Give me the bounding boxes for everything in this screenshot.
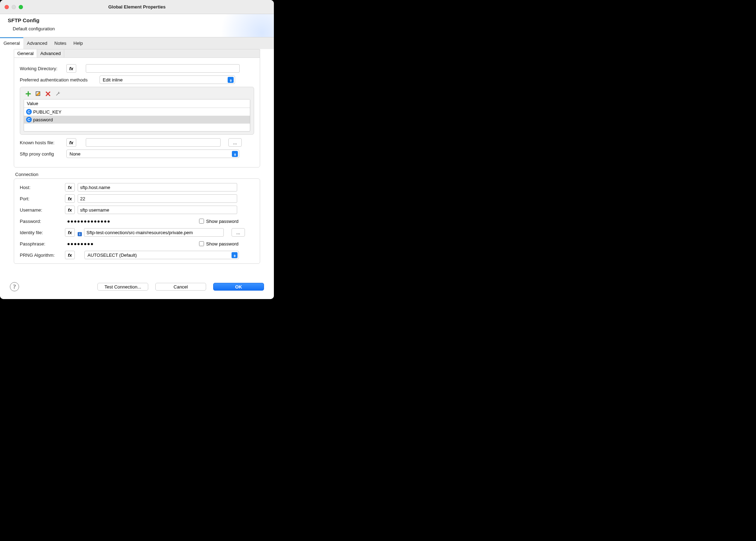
passphrase-input[interactable] [65, 239, 194, 248]
proxy-config-label: Sftp proxy config [20, 151, 64, 157]
info-icon: i [78, 232, 82, 236]
fx-button[interactable]: fx [65, 206, 75, 214]
username-input[interactable] [78, 206, 237, 214]
inner-tabstrip: General Advanced [14, 49, 260, 57]
identity-file-label: Identity file: [20, 230, 62, 235]
globe-icon: C [26, 117, 32, 122]
listbox-toolbar [24, 91, 250, 97]
working-directory-input[interactable] [86, 64, 240, 73]
tab-help[interactable]: Help [70, 37, 86, 49]
inner-tab-general[interactable]: General [14, 49, 37, 57]
fx-button[interactable]: fx [66, 138, 76, 147]
chevron-updown-icon [228, 77, 234, 83]
prng-algorithm-select[interactable]: AUTOSELECT (Default) [84, 251, 239, 259]
show-password-checkbox[interactable] [199, 219, 204, 224]
show-passphrase-checkbox[interactable] [199, 241, 204, 246]
close-window-button[interactable] [5, 5, 9, 9]
list-item[interactable]: C password [24, 116, 250, 123]
list-item[interactable]: C PUBLIC_KEY [24, 108, 250, 116]
host-input[interactable] [78, 183, 237, 192]
inner-tab-advanced[interactable]: Advanced [37, 49, 64, 57]
working-directory-label: Working Directory: [20, 66, 64, 71]
username-label: Username: [20, 207, 62, 213]
port-input[interactable] [78, 194, 237, 203]
delete-icon[interactable] [45, 91, 51, 97]
password-label: Password: [20, 219, 62, 224]
browse-identity-button[interactable]: ... [232, 228, 245, 237]
list-empty-row [24, 123, 250, 131]
dialog-footer: ? Test Connection... Cancel OK [0, 276, 274, 299]
chevron-updown-icon [232, 151, 238, 157]
config-name: SFTP Config [8, 17, 266, 23]
cancel-button[interactable]: Cancel [155, 283, 206, 291]
outer-tabstrip: General Advanced Notes Help [0, 37, 274, 49]
auth-methods-listbox: Value C PUBLIC_KEY C password [20, 87, 254, 135]
auth-table-header: Value [24, 99, 250, 108]
prng-label: PRNG Algorithm: [20, 253, 62, 258]
connection-section-title: Connection [15, 172, 260, 177]
connection-section: Connection Host: fx Port: fx Username: f… [14, 172, 260, 264]
dialog-header: SFTP Config Default configuration [0, 14, 274, 37]
minimize-window-button[interactable] [12, 5, 16, 9]
auth-methods-table: Value C PUBLIC_KEY C password [24, 99, 250, 132]
add-icon[interactable] [25, 91, 31, 97]
passphrase-label: Passphrase: [20, 241, 62, 247]
show-password-label: Show password [206, 219, 239, 224]
known-hosts-input[interactable] [86, 138, 221, 147]
edit-icon[interactable] [35, 91, 41, 97]
tab-general[interactable]: General [0, 37, 23, 49]
auth-methods-label: Preferred authentication methods [20, 77, 97, 83]
config-subtitle: Default configuration [13, 26, 266, 31]
general-panel: Working Directory: fx Preferred authenti… [14, 57, 260, 168]
fx-button[interactable]: fx [65, 228, 75, 237]
fx-button[interactable]: fx [66, 64, 76, 73]
dialog-window: Global Element Properties SFTP Config De… [0, 0, 274, 299]
chevron-updown-icon [232, 252, 238, 258]
fx-button[interactable]: fx [65, 194, 75, 203]
password-input[interactable] [65, 217, 194, 225]
identity-file-input[interactable] [84, 228, 224, 237]
browse-known-hosts-button[interactable]: ... [228, 138, 242, 147]
zoom-window-button[interactable] [19, 5, 23, 9]
tab-advanced[interactable]: Advanced [23, 37, 51, 49]
connection-section-body: Host: fx Port: fx Username: fx Password: [14, 178, 260, 264]
port-label: Port: [20, 196, 62, 201]
titlebar: Global Element Properties [0, 0, 274, 14]
ok-button[interactable]: OK [213, 283, 264, 291]
test-connection-button[interactable]: Test Connection... [97, 283, 148, 291]
tab-notes[interactable]: Notes [51, 37, 70, 49]
known-hosts-label: Known hosts file: [20, 140, 64, 145]
fx-button[interactable]: fx [65, 183, 75, 192]
fx-button[interactable]: fx [65, 251, 75, 259]
tools-icon[interactable] [55, 91, 61, 97]
host-label: Host: [20, 185, 62, 190]
proxy-config-select[interactable]: None [66, 150, 239, 158]
tab-content: General Advanced Working Directory: fx P… [0, 49, 274, 299]
traffic-lights [0, 5, 23, 9]
window-title: Global Element Properties [0, 4, 274, 10]
globe-icon: C [26, 109, 32, 115]
help-icon[interactable]: ? [10, 282, 19, 291]
auth-methods-select[interactable]: Edit inline [100, 75, 235, 84]
show-passphrase-label: Show password [206, 241, 239, 247]
